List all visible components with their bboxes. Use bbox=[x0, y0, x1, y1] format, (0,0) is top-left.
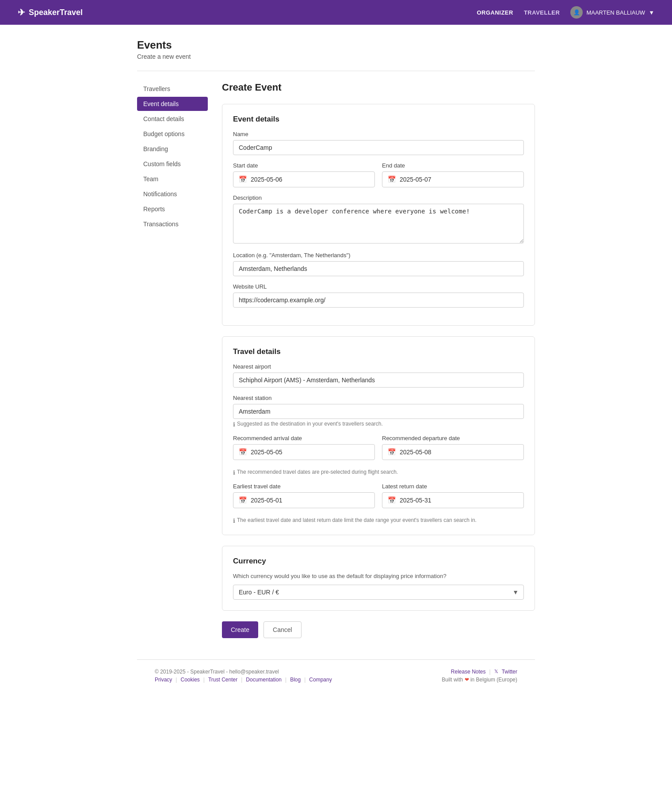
page-subtitle: Create a new event bbox=[137, 53, 535, 60]
calendar-icon: 📅 bbox=[239, 175, 247, 183]
sidebar: Travellers Event details Contact details… bbox=[137, 82, 208, 638]
footer-link-cookies[interactable]: Cookies bbox=[180, 677, 199, 683]
nearest-airport-input[interactable] bbox=[233, 373, 524, 388]
start-date-input[interactable] bbox=[251, 176, 369, 183]
sidebar-item-budget-options[interactable]: Budget options bbox=[137, 127, 208, 141]
footer-link-trust-center[interactable]: Trust Center bbox=[208, 677, 237, 683]
create-button[interactable]: Create bbox=[222, 621, 258, 638]
footer-built: Built with ❤ in Belgium (Europe) bbox=[442, 677, 517, 683]
end-date-input[interactable] bbox=[400, 176, 518, 183]
sidebar-item-event-details[interactable]: Event details bbox=[137, 97, 208, 111]
latest-return-label: Latest return date bbox=[382, 483, 524, 490]
nearest-airport-label: Nearest airport bbox=[233, 363, 524, 370]
start-date-wrapper[interactable]: 📅 bbox=[233, 171, 375, 187]
currency-select-wrapper: Euro - EUR / € US Dollar - USD / $ Briti… bbox=[233, 585, 524, 600]
footer-left: © 2019-2025 - SpeakerTravel - hello@spea… bbox=[155, 669, 332, 683]
travel-details-section-title: Travel details bbox=[233, 347, 524, 356]
action-bar: Create Cancel bbox=[222, 621, 535, 638]
info-icon-travel: ℹ bbox=[233, 469, 235, 476]
calendar-icon-rec-dep: 📅 bbox=[388, 448, 396, 456]
end-date-wrapper[interactable]: 📅 bbox=[382, 171, 524, 187]
location-input[interactable] bbox=[233, 261, 524, 276]
footer-link-company[interactable]: Company bbox=[309, 677, 332, 683]
calendar-icon-rec-arr: 📅 bbox=[239, 448, 247, 456]
recommended-arrival-group: Recommended arrival date 📅 bbox=[233, 435, 375, 460]
user-name: MAARTEN BALLIAUW bbox=[586, 9, 645, 16]
recommended-arrival-label: Recommended arrival date bbox=[233, 435, 375, 441]
travel-range-row: Earliest travel date 📅 Latest return dat… bbox=[233, 483, 524, 515]
station-hint: ℹ Suggested as the destination in your e… bbox=[233, 421, 524, 428]
currency-section: Currency Which currency would you like t… bbox=[222, 546, 535, 611]
start-date-label: Start date bbox=[233, 162, 375, 169]
cancel-button[interactable]: Cancel bbox=[263, 621, 302, 638]
calendar-icon-latest: 📅 bbox=[388, 496, 396, 504]
main-content: Create Event Event details Name Start da… bbox=[222, 82, 535, 638]
footer-link-privacy[interactable]: Privacy bbox=[155, 677, 172, 683]
footer-copyright: © 2019-2025 - SpeakerTravel - hello@spea… bbox=[155, 669, 332, 675]
sidebar-item-travellers[interactable]: Travellers bbox=[137, 82, 208, 96]
latest-return-group: Latest return date 📅 bbox=[382, 483, 524, 508]
event-details-section: Event details Name Start date 📅 End d bbox=[222, 104, 535, 326]
travel-range-hint: ℹ The earliest travel date and latest re… bbox=[233, 517, 524, 524]
event-details-section-title: Event details bbox=[233, 115, 524, 124]
recommended-departure-label: Recommended departure date bbox=[382, 435, 524, 441]
nearest-airport-group: Nearest airport bbox=[233, 363, 524, 388]
recommended-departure-group: Recommended departure date 📅 bbox=[382, 435, 524, 460]
avatar: 👤 bbox=[570, 6, 583, 19]
name-input[interactable] bbox=[233, 140, 524, 155]
sidebar-item-notifications[interactable]: Notifications bbox=[137, 187, 208, 201]
calendar-icon-end: 📅 bbox=[388, 175, 396, 183]
nav-organizer[interactable]: ORGANIZER bbox=[477, 9, 513, 16]
end-date-group: End date 📅 bbox=[382, 162, 524, 187]
info-icon: ℹ bbox=[233, 421, 235, 428]
location-label: Location (e.g. "Amsterdam, The Netherlan… bbox=[233, 252, 524, 259]
recommended-arrival-wrapper[interactable]: 📅 bbox=[233, 444, 375, 460]
header-nav: ORGANIZER TRAVELLER 👤 MAARTEN BALLIAUW ▼ bbox=[477, 6, 654, 19]
website-input[interactable] bbox=[233, 293, 524, 308]
footer-link-documentation[interactable]: Documentation bbox=[246, 677, 282, 683]
footer-release-notes[interactable]: Release Notes bbox=[451, 669, 486, 675]
travel-dates-hint: ℹ The recommended travel dates are pre-s… bbox=[233, 469, 524, 476]
page: Events Create a new event Travellers Eve… bbox=[119, 25, 553, 706]
logo-icon: ✈ bbox=[18, 7, 25, 18]
sidebar-item-reports[interactable]: Reports bbox=[137, 202, 208, 216]
user-menu[interactable]: 👤 MAARTEN BALLIAUW ▼ bbox=[570, 6, 654, 19]
description-group: Description CoderCamp is a developer con… bbox=[233, 194, 524, 245]
footer-links: Privacy | Cookies | Trust Center | Docum… bbox=[155, 677, 332, 683]
travel-details-section: Travel details Nearest airport Nearest s… bbox=[222, 336, 535, 535]
end-date-label: End date bbox=[382, 162, 524, 169]
twitter-icon: 𝕏 bbox=[494, 669, 498, 675]
create-event-title: Create Event bbox=[222, 82, 535, 93]
footer-link-blog[interactable]: Blog bbox=[290, 677, 301, 683]
footer-twitter[interactable]: Twitter bbox=[502, 669, 517, 675]
footer: © 2019-2025 - SpeakerTravel - hello@spea… bbox=[137, 659, 535, 692]
latest-return-wrapper[interactable]: 📅 bbox=[382, 492, 524, 508]
recommended-arrival-input[interactable] bbox=[251, 449, 369, 456]
description-input[interactable]: CoderCamp is a developer conference wher… bbox=[233, 204, 524, 244]
logo: ✈ SpeakerTravel bbox=[18, 7, 83, 18]
nearest-station-input[interactable] bbox=[233, 404, 524, 419]
latest-return-input[interactable] bbox=[400, 497, 518, 504]
chevron-down-icon: ▼ bbox=[649, 9, 654, 16]
currency-select[interactable]: Euro - EUR / € US Dollar - USD / $ Briti… bbox=[233, 585, 524, 600]
earliest-travel-wrapper[interactable]: 📅 bbox=[233, 492, 375, 508]
nav-traveller[interactable]: TRAVELLER bbox=[524, 9, 560, 16]
sidebar-item-team[interactable]: Team bbox=[137, 172, 208, 186]
currency-section-title: Currency bbox=[233, 557, 524, 566]
footer-right: Release Notes | 𝕏 Twitter Built with ❤ i… bbox=[442, 669, 517, 683]
recommended-departure-wrapper[interactable]: 📅 bbox=[382, 444, 524, 460]
earliest-travel-input[interactable] bbox=[251, 497, 369, 504]
date-row: Start date 📅 End date 📅 bbox=[233, 162, 524, 194]
sidebar-item-transactions[interactable]: Transactions bbox=[137, 217, 208, 231]
info-icon-range: ℹ bbox=[233, 517, 235, 524]
content-layout: Travellers Event details Contact details… bbox=[137, 82, 535, 638]
sidebar-item-branding[interactable]: Branding bbox=[137, 142, 208, 156]
page-title: Events bbox=[137, 39, 535, 51]
sidebar-item-contact-details[interactable]: Contact details bbox=[137, 112, 208, 126]
recommended-departure-input[interactable] bbox=[400, 449, 518, 456]
recommended-dates-row: Recommended arrival date 📅 Recommended d… bbox=[233, 435, 524, 467]
header: ✈ SpeakerTravel ORGANIZER TRAVELLER 👤 MA… bbox=[0, 0, 672, 25]
website-group: Website URL bbox=[233, 283, 524, 308]
sidebar-item-custom-fields[interactable]: Custom fields bbox=[137, 157, 208, 171]
location-group: Location (e.g. "Amsterdam, The Netherlan… bbox=[233, 252, 524, 276]
